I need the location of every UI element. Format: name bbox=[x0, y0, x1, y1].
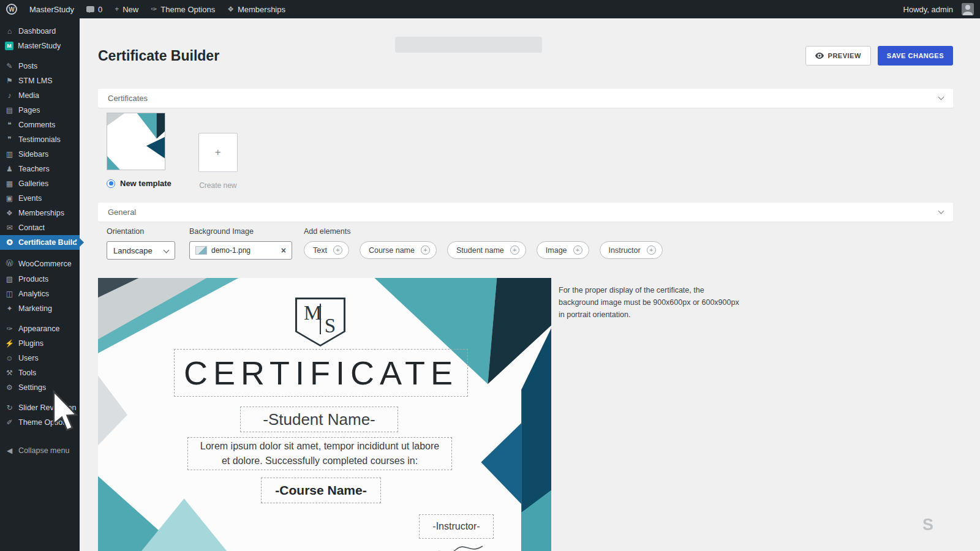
general-panel: General Orientation Landscape Background… bbox=[98, 203, 953, 269]
sidebar-item-contact[interactable]: ✉Contact bbox=[0, 220, 80, 235]
clear-image-button[interactable]: × bbox=[281, 246, 286, 255]
products-icon: ▧ bbox=[5, 275, 14, 283]
student-name-element[interactable]: -Student Name- bbox=[240, 407, 398, 432]
wordpress-logo-button[interactable]: W bbox=[0, 0, 23, 18]
sidebar-item-label: Theme Options bbox=[18, 418, 70, 427]
slider-revolution-icon: ↻ bbox=[5, 403, 14, 412]
sidebar-separator bbox=[0, 250, 80, 255]
sidebar-item-dashboard[interactable]: ⌂Dashboard bbox=[0, 24, 80, 39]
sidebar-item-appearance[interactable]: ✑Appearance bbox=[0, 321, 80, 336]
sidebar-item-theme-options[interactable]: ✐Theme Options bbox=[0, 415, 80, 430]
background-image-input[interactable]: demo-1.png × bbox=[189, 241, 292, 260]
logo-divider bbox=[320, 304, 321, 334]
template-radio[interactable] bbox=[107, 179, 115, 188]
pill-label: Course name bbox=[369, 246, 415, 255]
sidebar-item-label: Settings bbox=[18, 383, 46, 392]
tools-icon: ⚒ bbox=[5, 369, 14, 377]
sidebar-item-label: Contact bbox=[18, 223, 45, 232]
sidebar-item-settings[interactable]: ⚙Settings bbox=[0, 380, 80, 395]
sidebar-item-woocommerce[interactable]: ⓌWooCommerce bbox=[0, 255, 80, 272]
sidebar-item-tools[interactable]: ⚒Tools bbox=[0, 365, 80, 380]
sidebar-separator bbox=[0, 53, 80, 59]
sidebar-item-certificate-builder[interactable]: ✪Certificate Builder bbox=[0, 235, 80, 250]
course-name-element[interactable]: -Course Name- bbox=[261, 478, 381, 503]
plus-icon: + bbox=[647, 246, 656, 255]
sidebar-item-label: MasterStudy bbox=[18, 42, 61, 50]
page-header: Certificate Builder PREVIEW SAVE CHANGES bbox=[80, 18, 980, 89]
add-image-button[interactable]: Image+ bbox=[537, 241, 589, 259]
sidebar-item-analytics[interactable]: ◫Analytics bbox=[0, 287, 80, 301]
new-content-button[interactable]: + New bbox=[108, 0, 145, 18]
image-thumbnail-icon bbox=[195, 246, 207, 255]
sidebar-item-sidebars[interactable]: ▥Sidebars bbox=[0, 147, 80, 162]
sidebar-item-label: Comments bbox=[18, 121, 55, 129]
stm-lms-icon: ⚑ bbox=[5, 77, 14, 85]
testimonials-icon: ❞ bbox=[5, 135, 14, 144]
account-menu[interactable]: Howdy, admin bbox=[897, 0, 980, 18]
sidebar-item-posts[interactable]: ✎Posts bbox=[0, 59, 80, 73]
description-text-element[interactable]: Lorem ipsum dolor sit amet, tempor incid… bbox=[187, 437, 452, 470]
collapse-icon: ◀ bbox=[5, 446, 14, 455]
sidebar-collapse-menu[interactable]: ◀Collapse menu bbox=[0, 443, 80, 458]
sidebar-item-galleries[interactable]: ▦Galleries bbox=[0, 176, 80, 191]
instructor-element[interactable]: -Instructor- bbox=[419, 514, 494, 539]
sidebar-item-testimonials[interactable]: ❞Testimonials bbox=[0, 132, 80, 147]
site-name-link[interactable]: MasterStudy bbox=[23, 0, 80, 18]
add-text-button[interactable]: Text+ bbox=[304, 241, 349, 259]
sidebar-item-comments[interactable]: ❝Comments bbox=[0, 118, 80, 132]
create-new-template-button[interactable]: + bbox=[198, 133, 238, 172]
orientation-select[interactable]: Landscape bbox=[107, 241, 175, 260]
plus-icon: + bbox=[215, 146, 221, 159]
certificates-panel-header[interactable]: Certificates bbox=[98, 89, 953, 108]
pages-icon: ▤ bbox=[5, 106, 14, 114]
comments-bubble-icon bbox=[86, 6, 94, 12]
plus-icon: + bbox=[115, 5, 119, 13]
sidebar-item-teachers[interactable]: ♟Teachers bbox=[0, 162, 80, 176]
add-instructor-button[interactable]: Instructor+ bbox=[600, 241, 663, 259]
page-title: Certificate Builder bbox=[98, 48, 219, 64]
sidebar-item-products[interactable]: ▧Products bbox=[0, 272, 80, 287]
sidebar-item-label: Posts bbox=[18, 62, 37, 70]
sidebar-item-media[interactable]: ♪Media bbox=[0, 88, 80, 103]
sidebar-item-label: Pages bbox=[18, 106, 40, 114]
background-image-label: Background Image bbox=[189, 227, 292, 236]
sidebar-item-plugins[interactable]: ⚡Plugins bbox=[0, 336, 80, 351]
save-changes-button[interactable]: SAVE CHANGES bbox=[878, 46, 953, 66]
sidebar-item-stm-lms[interactable]: ⚑STM LMS bbox=[0, 73, 80, 88]
comments-shortcut[interactable]: 0 bbox=[80, 0, 108, 18]
media-icon: ♪ bbox=[5, 91, 14, 100]
pill-label: Instructor bbox=[609, 246, 641, 255]
orientation-value: Landscape bbox=[113, 246, 153, 255]
sidebar-item-pages[interactable]: ▤Pages bbox=[0, 103, 80, 118]
sidebar-item-users[interactable]: ☺Users bbox=[0, 351, 80, 365]
certificate-title-element[interactable]: CERTIFICATE bbox=[174, 349, 468, 397]
theme-options-icon: ✐ bbox=[5, 418, 14, 427]
add-student-name-button[interactable]: Student name+ bbox=[447, 241, 526, 259]
eye-icon bbox=[815, 53, 824, 59]
orientation-label: Orientation bbox=[107, 227, 175, 236]
sidebar-item-label: WooCommerce bbox=[18, 260, 72, 268]
add-elements-label: Add elements bbox=[304, 227, 663, 236]
memberships-shortcut[interactable]: ❖ Memberships bbox=[221, 0, 292, 18]
certificate-template-thumbnail[interactable] bbox=[107, 113, 165, 170]
sidebar-item-marketing[interactable]: ✦Marketing bbox=[0, 301, 80, 316]
general-panel-header[interactable]: General bbox=[98, 203, 953, 222]
sidebar-item-memberships[interactable]: ❖Memberships bbox=[0, 206, 80, 220]
sidebar-item-label: Products bbox=[18, 275, 48, 283]
create-new-label: Create new bbox=[199, 181, 236, 190]
preview-button[interactable]: PREVIEW bbox=[805, 46, 871, 66]
background-image-filename: demo-1.png bbox=[211, 246, 277, 255]
sidebar-item-slider-revolution[interactable]: ↻Slider Revolution bbox=[0, 400, 80, 415]
add-course-name-button[interactable]: Course name+ bbox=[360, 241, 437, 259]
site-name-label: MasterStudy bbox=[29, 5, 74, 14]
sidebar-item-masterstudy[interactable]: MMasterStudy bbox=[0, 39, 80, 53]
sidebar-item-label: Media bbox=[18, 91, 39, 100]
theme-options-shortcut[interactable]: ✑ Theme Options bbox=[145, 0, 221, 18]
sidebar-item-label: Plugins bbox=[18, 339, 43, 348]
sidebar-item-label: Testimonials bbox=[18, 135, 61, 144]
howdy-label: Howdy, admin bbox=[903, 5, 953, 14]
galleries-icon: ▦ bbox=[5, 179, 14, 188]
sidebar-item-events[interactable]: ▣Events bbox=[0, 191, 80, 206]
admin-sidebar: ⌂Dashboard MMasterStudy ✎Posts ⚑STM LMS … bbox=[0, 18, 80, 551]
watermark-logo: S bbox=[922, 515, 933, 534]
